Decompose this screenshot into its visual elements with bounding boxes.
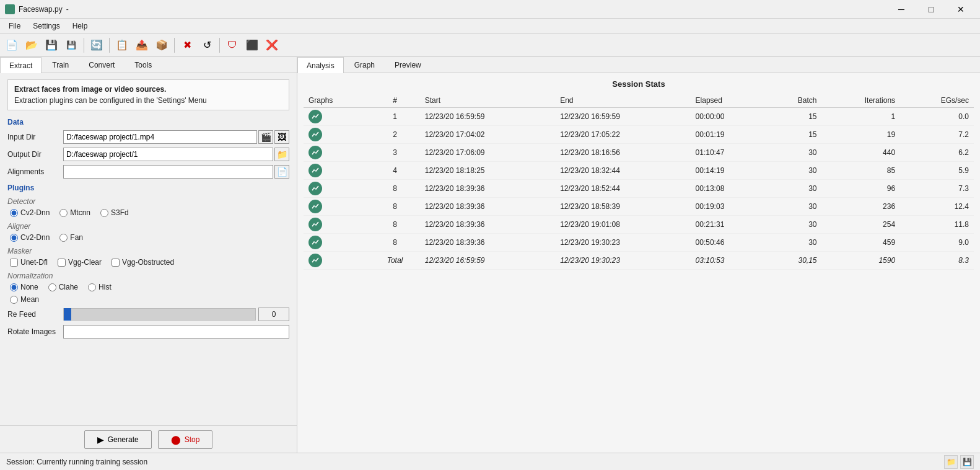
graph-icon[interactable] — [308, 218, 322, 231]
toolbar-new[interactable]: 📄 — [2, 36, 21, 55]
graph-icon[interactable] — [308, 182, 322, 195]
toolbar-stop2[interactable]: ⬛ — [243, 36, 261, 55]
table-row: 312/23/20 17:06:0912/23/20 18:16:5601:10… — [304, 144, 974, 162]
re-feed-value: 0 — [258, 308, 289, 321]
toolbar-open[interactable]: 📂 — [22, 36, 41, 55]
norm-none[interactable]: None — [10, 283, 38, 291]
toolbar-reload[interactable]: ↺ — [198, 36, 216, 55]
graph-icon[interactable] — [308, 146, 322, 159]
stop-icon: ⬤ — [171, 435, 181, 445]
output-dir-row: Output Dir 📁 — [7, 148, 289, 161]
detector-s3fd[interactable]: S3Fd — [100, 208, 129, 217]
info-desc: Extraction plugins can be configured in … — [14, 96, 282, 105]
graph-icon[interactable] — [308, 236, 322, 249]
graph-icon-cell[interactable] — [304, 198, 370, 216]
graph-icon-cell[interactable] — [304, 162, 370, 180]
graph-icon-cell[interactable] — [304, 180, 370, 198]
toolbar-doc[interactable]: 📋 — [113, 36, 131, 55]
input-dir-field[interactable] — [63, 130, 257, 144]
table-row: Total12/23/20 16:59:5912/23/20 19:30:230… — [304, 252, 974, 270]
rotate-label: Rotate Images — [7, 327, 63, 336]
status-save-btn[interactable]: 💾 — [960, 455, 974, 469]
col-egs: EGs/sec — [900, 94, 974, 108]
input-dir-browse-btn[interactable]: 🎬 — [258, 130, 273, 144]
normalization-section-label: Normalization — [7, 272, 289, 280]
norm-hist[interactable]: Hist — [88, 283, 112, 291]
menubar: File Settings Help — [0, 19, 980, 33]
masker-vgg-obstructed-label: Vgg-Obstructed — [122, 258, 174, 267]
cell-egs: 8.3 — [900, 252, 974, 270]
cell-elapsed: 00:01:19 — [691, 126, 766, 144]
graph-icon-cell[interactable] — [304, 108, 370, 126]
menu-file[interactable]: File — [2, 19, 27, 33]
aligner-cv2dnn[interactable]: Cv2-Dnn — [10, 233, 50, 242]
alignments-row: Alignments 📄 — [7, 165, 289, 179]
minimize-button[interactable]: ─ — [887, 0, 916, 19]
toolbar-close[interactable]: ❌ — [263, 36, 281, 55]
re-feed-slider[interactable] — [63, 308, 256, 321]
aligner-fan-label: Fan — [70, 233, 83, 242]
alignments-browse-btn[interactable]: 📄 — [274, 165, 289, 179]
input-dir-img-btn[interactable]: 🖼 — [274, 130, 289, 144]
tab-tools[interactable]: Tools — [125, 57, 161, 73]
cell-batch: 15 — [766, 108, 821, 126]
norm-mean[interactable]: Mean — [10, 295, 39, 304]
maximize-button[interactable]: □ — [917, 0, 945, 19]
masker-vgg-clear[interactable]: Vgg-Clear — [58, 258, 102, 267]
tab-preview[interactable]: Preview — [385, 57, 431, 73]
detector-cv2dnn[interactable]: Cv2-Dnn — [10, 208, 50, 217]
toolbar-save-all[interactable]: 💾 — [62, 36, 81, 55]
graph-icon-cell[interactable] — [304, 252, 370, 270]
graph-icon[interactable] — [308, 254, 322, 267]
detector-mtcnn[interactable]: Mtcnn — [59, 208, 90, 217]
output-dir-field[interactable] — [63, 148, 273, 161]
graph-icon-cell[interactable] — [304, 234, 370, 252]
menu-settings[interactable]: Settings — [27, 19, 66, 33]
tab-analysis[interactable]: Analysis — [297, 57, 344, 73]
left-content: Extract faces from image or video source… — [0, 73, 297, 425]
toolbar-export2[interactable]: 📦 — [152, 36, 171, 55]
aligner-fan[interactable]: Fan — [59, 233, 83, 242]
toolbar-stop[interactable]: ✖ — [178, 36, 196, 55]
aligner-radio-group: Cv2-Dnn Fan — [7, 233, 289, 242]
graph-icon[interactable] — [308, 110, 322, 123]
cell-start: 12/23/20 18:18:25 — [420, 162, 555, 180]
graph-icon-cell[interactable] — [304, 216, 370, 234]
tab-convert[interactable]: Convert — [79, 57, 124, 73]
masker-unet[interactable]: Unet-Dfl — [10, 258, 48, 267]
graph-icon[interactable] — [308, 200, 322, 213]
toolbar-warning[interactable]: 🛡 — [223, 36, 242, 55]
graph-icon[interactable] — [308, 164, 322, 177]
alignments-field[interactable] — [63, 165, 273, 179]
graph-icon[interactable] — [308, 128, 322, 141]
toolbar-save[interactable]: 💾 — [42, 36, 61, 55]
toolbar-refresh[interactable]: 🔄 — [87, 36, 106, 55]
cell-iterations: 459 — [822, 234, 901, 252]
col-graphs: Graphs — [304, 94, 370, 108]
stop-button[interactable]: ⬤ Stop — [158, 430, 213, 449]
table-row: 412/23/20 18:18:2512/23/20 18:32:4400:14… — [304, 162, 974, 180]
graph-icon-cell[interactable] — [304, 126, 370, 144]
norm-clahe[interactable]: Clahe — [48, 283, 78, 291]
cell-num: 8 — [370, 180, 420, 198]
status-folder-btn[interactable]: 📁 — [944, 455, 958, 469]
rotate-field[interactable] — [63, 325, 289, 339]
stats-header-row: Graphs # Start End Elapsed Batch Iterati… — [304, 94, 974, 108]
masker-vgg-obstructed[interactable]: Vgg-Obstructed — [112, 258, 174, 267]
cell-egs: 9.0 — [900, 234, 974, 252]
cell-num: 8 — [370, 216, 420, 234]
output-dir-browse-btn[interactable]: 📁 — [274, 148, 289, 161]
generate-button[interactable]: ▶ Generate — [84, 430, 152, 449]
close-button[interactable]: ✕ — [947, 0, 975, 19]
cell-start: 12/23/20 17:04:02 — [420, 126, 555, 144]
col-num: # — [370, 94, 420, 108]
masker-unet-label: Unet-Dfl — [20, 258, 48, 267]
tab-train[interactable]: Train — [43, 57, 78, 73]
menu-help[interactable]: Help — [66, 19, 94, 33]
toolbar-export[interactable]: 📤 — [133, 36, 151, 55]
tab-graph[interactable]: Graph — [345, 57, 384, 73]
info-title: Extract faces from image or video source… — [14, 85, 282, 94]
cell-batch: 30,15 — [766, 252, 821, 270]
tab-extract[interactable]: Extract — [0, 57, 42, 73]
graph-icon-cell[interactable] — [304, 144, 370, 162]
